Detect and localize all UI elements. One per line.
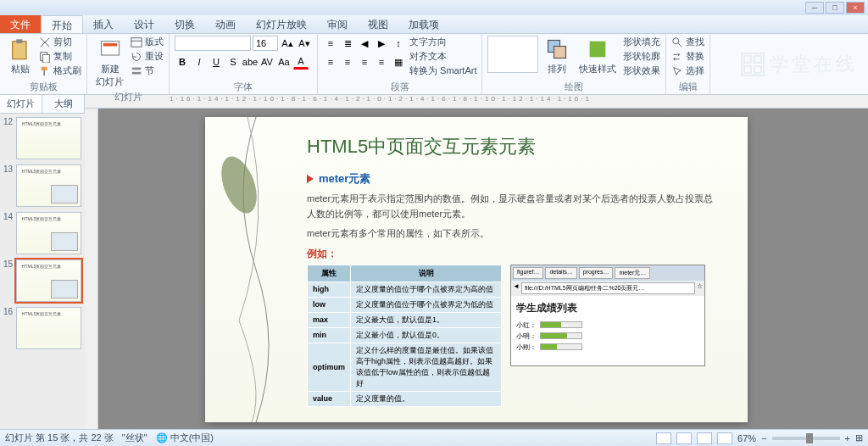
italic-button[interactable]: I xyxy=(192,54,207,70)
numbering-button[interactable]: ≣ xyxy=(340,36,355,51)
group-drawing: 排列 快速样式 形状填充 形状轮廓 形状效果 绘图 xyxy=(482,34,666,94)
line-spacing-button[interactable]: ↕ xyxy=(391,36,406,51)
thumb-number: 16 xyxy=(3,307,14,349)
shape-outline-button[interactable]: 形状轮廓 xyxy=(623,50,660,63)
zoom-out-button[interactable]: − xyxy=(761,433,766,443)
bullet-item[interactable]: meter元素 xyxy=(307,171,714,187)
tab-design[interactable]: 设计 xyxy=(124,15,164,33)
align-left-button[interactable]: ≡ xyxy=(323,54,338,70)
slideshow-view-button[interactable] xyxy=(717,432,732,444)
group-label: 编辑 xyxy=(671,80,704,94)
tab-animations[interactable]: 动画 xyxy=(205,15,246,33)
statusbar: 幻灯片 第 15 张，共 22 张 "丝状" 🌐 中文(中国) 67% − + … xyxy=(0,429,868,446)
reading-view-button[interactable] xyxy=(697,432,712,444)
group-label: 绘图 xyxy=(487,80,660,94)
slide-thumbnail[interactable]: HTML5页面交互元素 xyxy=(16,307,81,349)
section-button[interactable]: 节 xyxy=(131,64,164,77)
shape-fill-button[interactable]: 形状填充 xyxy=(623,36,660,48)
shape-effects-button[interactable]: 形状效果 xyxy=(623,64,660,77)
quick-styles-button[interactable]: 快速样式 xyxy=(576,36,620,77)
zoom-in-button[interactable]: + xyxy=(845,433,850,443)
star-icon: ☆ xyxy=(697,282,703,294)
arrange-button[interactable]: 排列 xyxy=(542,36,572,77)
slide-title[interactable]: HTML5中页面交互元素元素 xyxy=(307,134,714,159)
table-row: high定义度量的值位于哪个点被界定为高的值 xyxy=(308,282,502,297)
align-text-button[interactable]: 对齐文本 xyxy=(409,50,476,63)
properties-table[interactable]: 属性说明 high定义度量的值位于哪个点被界定为高的值 low定义度量的值位于哪… xyxy=(307,265,502,407)
strike-button[interactable]: S xyxy=(225,54,241,70)
slide[interactable]: HTML5中页面交互元素元素 meter元素 meter元素用于表示指定范围内的… xyxy=(205,117,748,422)
increase-font-button[interactable]: A▴ xyxy=(280,36,295,51)
maximize-button[interactable]: □ xyxy=(826,2,844,14)
canvas-area[interactable]: HTML5中页面交互元素元素 meter元素 meter元素用于表示指定范围内的… xyxy=(85,109,868,429)
format-painter-button[interactable]: 格式刷 xyxy=(39,64,81,77)
text-direction-button[interactable]: 文字方向 xyxy=(409,36,476,48)
font-size-select[interactable] xyxy=(253,36,278,51)
tab-view[interactable]: 视图 xyxy=(358,15,398,33)
language-indicator[interactable]: 🌐 中文(中国) xyxy=(156,432,214,444)
group-label: 字体 xyxy=(175,80,312,94)
group-paragraph: ≡ ≣ ◀ ▶ ↕ ≡ ≡ ≡ ≡ ▦ 文字方向 对齐文本 转换为 SmartA… xyxy=(318,34,482,94)
zoom-level[interactable]: 67% xyxy=(737,433,756,443)
thumb-number: 13 xyxy=(3,164,14,207)
spacing-button[interactable]: AV xyxy=(259,54,275,70)
table-row: value定义度量的值。 xyxy=(308,391,502,406)
close-button[interactable]: × xyxy=(846,2,865,14)
tab-addins[interactable]: 加载项 xyxy=(398,15,449,33)
slide-thumbnail[interactable]: HTML5页面交互元素 xyxy=(16,212,81,254)
group-clipboard: 粘贴 剪切 复制 格式刷 剪贴板 xyxy=(0,34,87,94)
decrease-font-button[interactable]: A▾ xyxy=(297,36,312,51)
new-slide-button[interactable]: 新建 幻灯片 xyxy=(92,36,127,90)
replace-icon xyxy=(671,51,683,63)
smartart-button[interactable]: 转换为 SmartArt xyxy=(409,64,476,77)
indent-inc-button[interactable]: ▶ xyxy=(374,36,389,51)
align-center-button[interactable]: ≡ xyxy=(340,54,355,70)
case-button[interactable]: Aa xyxy=(276,54,292,70)
example-label[interactable]: 例如： xyxy=(307,247,714,261)
layout-button[interactable]: 版式 xyxy=(131,36,164,48)
fit-button[interactable]: ⊞ xyxy=(855,432,863,443)
bold-button[interactable]: B xyxy=(175,54,190,70)
shapes-gallery[interactable] xyxy=(487,36,538,73)
file-tab[interactable]: 文件 xyxy=(0,15,41,33)
tab-review[interactable]: 审阅 xyxy=(317,15,358,33)
normal-view-button[interactable] xyxy=(656,432,671,444)
thumb-number: 15 xyxy=(3,259,14,302)
body-paragraph[interactable]: meter元素用于表示指定范围内的数值。例如，显示硬盘容量或者对某个后选者的投票… xyxy=(307,192,714,221)
select-button[interactable]: 选择 xyxy=(671,64,704,77)
find-button[interactable]: 查找 xyxy=(671,36,704,48)
slide-thumbnail[interactable]: HTML5页面交互元素 xyxy=(16,117,81,159)
slide-thumbnail[interactable]: HTML5页面交互元素 xyxy=(16,259,81,302)
paste-button[interactable]: 粘贴 xyxy=(5,36,36,77)
copy-icon xyxy=(39,51,51,63)
columns-button[interactable]: ▦ xyxy=(391,54,406,70)
font-family-select[interactable] xyxy=(175,36,251,51)
table-row: max定义最大值，默认值是1。 xyxy=(308,312,502,327)
bullets-button[interactable]: ≡ xyxy=(323,36,338,51)
table-row: low定义度量的值位于哪个点被界定为低的值 xyxy=(308,297,502,312)
align-right-button[interactable]: ≡ xyxy=(357,54,372,70)
shadow-button[interactable]: abe xyxy=(242,54,258,70)
justify-button[interactable]: ≡ xyxy=(374,54,389,70)
slides-tab[interactable]: 幻灯片 xyxy=(0,95,42,113)
tab-transitions[interactable]: 切换 xyxy=(164,15,205,33)
copy-button[interactable]: 复制 xyxy=(39,50,81,63)
zoom-slider[interactable] xyxy=(772,437,840,440)
tab-home[interactable]: 开始 xyxy=(41,15,83,33)
tab-slideshow[interactable]: 幻灯片放映 xyxy=(246,15,317,33)
sorter-view-button[interactable] xyxy=(676,432,692,444)
svg-line-16 xyxy=(678,42,682,46)
slide-thumbnail[interactable]: HTML5页面交互元素 xyxy=(16,164,81,207)
reset-button[interactable]: 重设 xyxy=(131,50,164,63)
minimize-button[interactable]: ─ xyxy=(805,2,824,14)
font-color-button[interactable]: A xyxy=(293,54,309,70)
indent-dec-button[interactable]: ◀ xyxy=(357,36,372,51)
underline-button[interactable]: U xyxy=(209,54,224,70)
outline-tab[interactable]: 大纲 xyxy=(42,95,85,113)
tab-insert[interactable]: 插入 xyxy=(83,15,124,33)
body-paragraph[interactable]: meter元素有多个常用的属性，如下表所示。 xyxy=(307,226,714,242)
cut-button[interactable]: 剪切 xyxy=(39,36,81,48)
replace-button[interactable]: 替换 xyxy=(671,50,704,63)
ribbon: 粘贴 剪切 复制 格式刷 剪贴板 新建 幻灯片 版式 重设 节 幻灯片 xyxy=(0,34,868,95)
new-slide-icon xyxy=(98,37,122,61)
